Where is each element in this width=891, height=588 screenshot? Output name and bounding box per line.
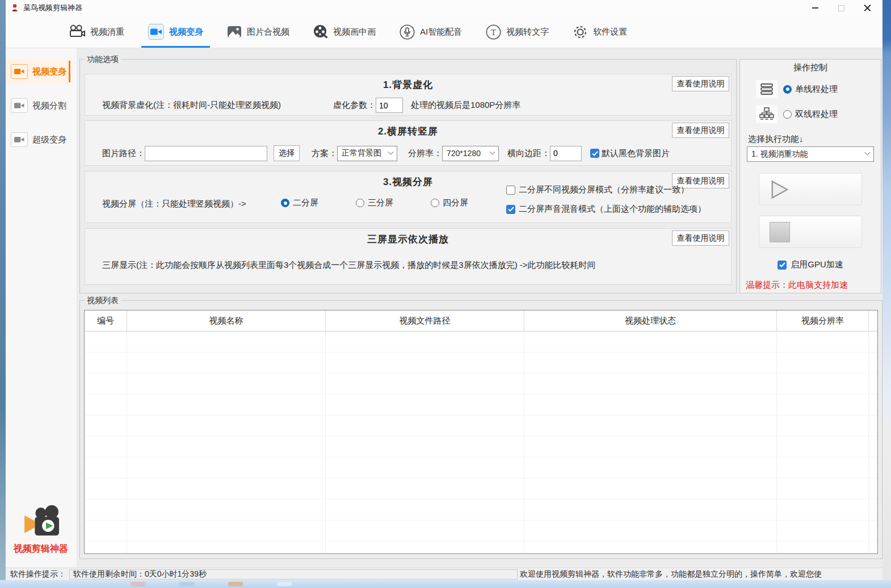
dual-thread-radio[interactable]: 双线程处理 [783, 109, 838, 120]
tab-video-to-text[interactable]: T 视频转文字 [486, 16, 549, 48]
column-header-status[interactable]: 视频处理状态 [524, 310, 777, 331]
close-button[interactable] [854, 0, 880, 16]
black-background-label: 默认黑色背景图片 [602, 148, 670, 159]
table-body-empty[interactable] [85, 331, 877, 553]
movie-camera-logo-icon [18, 505, 64, 540]
stop-button[interactable] [759, 216, 862, 248]
section-title: 2.横屏转竖屏 [85, 125, 731, 138]
maximize-button[interactable] [828, 0, 854, 16]
video-list-groupbox: 视频列表 编号 视频名称 视频文件路径 视频处理状态 视频分辨率 [79, 300, 882, 559]
checkbox-icon [506, 186, 515, 195]
tab-ai-dubbing[interactable]: AI智能配音 [400, 16, 462, 48]
chevron-down-icon [388, 149, 394, 154]
title-bar: 菜鸟视频剪辑神器 [6, 0, 882, 16]
radio-four-split[interactable]: 四分屏 [431, 198, 468, 208]
blur-param-input[interactable] [376, 98, 403, 113]
app-logo: 视频剪辑神器 [10, 505, 72, 555]
start-button[interactable] [759, 173, 862, 205]
desktop-edge-right [882, 0, 891, 580]
function-select[interactable]: 1. 视频消重功能 [747, 146, 874, 162]
scheme-select[interactable]: 正常背景图 [337, 146, 397, 161]
sidebar-item-super-transform[interactable]: 超级变身 [6, 127, 70, 152]
sidebar-item-label: 超级变身 [32, 135, 66, 145]
split-audio-mix-checkbox[interactable]: 二分屏声音混音模式（上面这个功能的辅助选项） [506, 204, 706, 215]
window-title: 菜鸟视频剪辑神器 [23, 3, 82, 13]
checkbox-icon [506, 205, 515, 214]
section-triple-screen: 三屏显示依次播放 查看使用说明 三屏显示(注：此功能会按顺序从视频列表里面每3个… [85, 228, 732, 285]
help-button[interactable]: 查看使用说明 [672, 123, 729, 138]
column-header-spacer [869, 310, 877, 331]
split-mode-checkbox[interactable]: 二分屏不同视频分屏模式（分辨率建议一致） [506, 184, 706, 195]
app-icon [10, 3, 19, 12]
sidebar-item-video-split[interactable]: 视频分割 [6, 93, 70, 118]
tab-label: 软件设置 [593, 27, 627, 37]
app-window: 菜鸟视频剪辑神器 视频消重 视频变身 [6, 0, 882, 580]
tab-video-transform[interactable]: 视频变身 [148, 16, 203, 48]
column-header-path[interactable]: 视频文件路径 [326, 310, 524, 331]
stop-icon [770, 222, 790, 242]
video-camera-icon [148, 24, 164, 40]
taskbar-icon [277, 582, 292, 586]
radio-icon [431, 199, 439, 207]
blur-suffix: 处理的视频后是1080P分辨率 [411, 100, 520, 111]
chevron-down-icon [865, 150, 871, 156]
single-thread-icon [756, 80, 777, 98]
main-area: 功能选项 1.背景虚化 查看使用说明 视频背景虚化(注：很耗时间-只能处理竖频视… [77, 48, 882, 568]
taskbar-strip [0, 580, 891, 588]
column-header-resolution[interactable]: 视频分辨率 [777, 310, 869, 331]
column-header-name[interactable]: 视频名称 [127, 310, 326, 331]
gpu-accel-checkbox[interactable]: 启用GPU加速 [740, 259, 881, 270]
section-title: 1.背景虚化 [85, 78, 731, 91]
taskbar-icon [179, 582, 194, 586]
desktop-edge-left [0, 0, 6, 580]
groupbox-legend: 功能选项 [85, 54, 121, 65]
play-icon [770, 180, 790, 199]
browse-button[interactable]: 选择 [274, 145, 300, 161]
status-welcome-text: 欢迎使用视频剪辑神器，软件功能非常多，功能都是独立分明的，操作简单，欢迎您使 [518, 569, 882, 579]
maximize-icon [838, 5, 844, 11]
microphone-icon [400, 24, 415, 40]
section-video-splitscreen: 3.视频分屏 查看使用说明 视频分屏（注：只能处理竖频视频）-> 二分屏 三分屏 [85, 171, 732, 223]
tab-image-to-video[interactable]: 图片合视频 [227, 16, 289, 48]
function-options-groupbox: 功能选项 1.背景虚化 查看使用说明 视频背景虚化(注：很耗时间-只能处理竖频视… [79, 59, 737, 293]
minimize-icon [812, 7, 818, 9]
tab-label: 图片合视频 [247, 27, 289, 37]
minimize-button[interactable] [802, 0, 828, 16]
image-path-input[interactable] [145, 146, 267, 161]
gpu-tip-text: 温馨提示：此电脑支持加速 [746, 280, 848, 291]
window-controls [802, 0, 880, 16]
picture-icon [227, 26, 242, 38]
svg-text:T: T [491, 28, 496, 37]
tab-video-dedup[interactable]: 视频消重 [68, 16, 124, 48]
table-header: 编号 视频名称 视频文件路径 视频处理状态 视频分辨率 [85, 310, 877, 331]
sidebar-item-label: 视频变身 [32, 66, 66, 77]
black-background-checkbox[interactable] [590, 149, 599, 158]
sidebar: 视频变身 视频分割 超级变身 [6, 48, 77, 568]
margin-input[interactable] [550, 146, 582, 161]
radio-three-split[interactable]: 三分屏 [356, 198, 393, 208]
gpu-accel-label: 启用GPU加速 [791, 259, 843, 270]
radio-icon [281, 199, 289, 207]
video-camera-icon [11, 64, 28, 79]
nav-bar: 视频消重 视频变身 图片合视频 [6, 16, 882, 48]
column-header-number[interactable]: 编号 [85, 310, 127, 331]
video-camera-icon [11, 132, 28, 147]
sidebar-item-video-transform[interactable]: 视频变身 [6, 59, 70, 84]
tab-picture-in-picture[interactable]: 视频画中画 [313, 16, 376, 48]
help-button[interactable]: 查看使用说明 [672, 230, 729, 246]
tab-settings[interactable]: 软件设置 [573, 16, 627, 48]
film-reel-icon [313, 24, 328, 39]
tab-label: 视频画中画 [333, 27, 376, 37]
section-background-blur: 1.背景虚化 查看使用说明 视频背景虚化(注：很耗时间-只能处理竖频视频) 虚化… [85, 74, 732, 116]
chevron-down-icon [490, 149, 495, 154]
gear-icon [573, 24, 588, 40]
radio-icon [356, 199, 364, 207]
single-thread-radio[interactable]: 单线程处理 [783, 84, 838, 95]
resolution-select[interactable]: 720*1280 [442, 146, 499, 161]
sidebar-item-label: 视频分割 [32, 100, 66, 111]
help-button[interactable]: 查看使用说明 [672, 76, 729, 91]
radio-icon [783, 85, 792, 94]
status-bar: 软件操作提示： 软件使用剩余时间：0天0小时1分39秒 欢迎使用视频剪辑神器，软… [6, 568, 882, 580]
radio-two-split[interactable]: 二分屏 [281, 198, 318, 208]
video-list-table: 编号 视频名称 视频文件路径 视频处理状态 视频分辨率 [84, 310, 878, 554]
